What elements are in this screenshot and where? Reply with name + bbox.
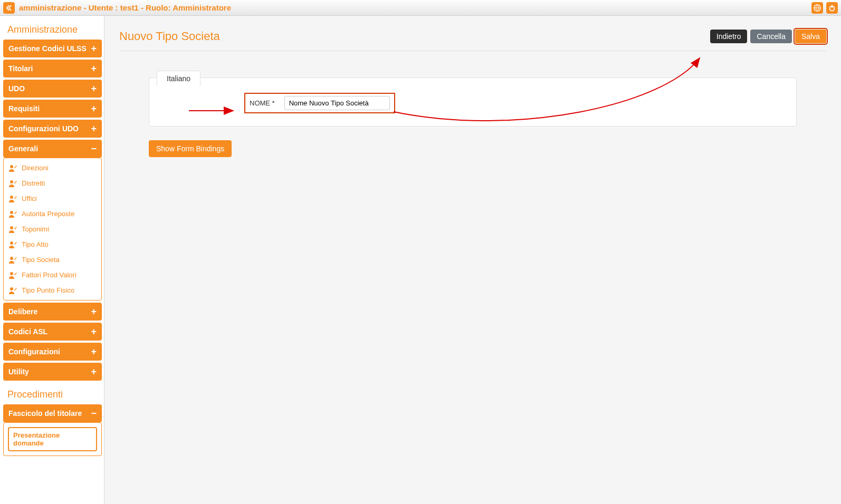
user-edit-icon [9, 287, 17, 294]
submenu-item-toponimi[interactable]: Toponimi [4, 221, 101, 237]
menu-codici-asl[interactable]: Codici ASL + [3, 323, 102, 341]
minus-icon: − [91, 409, 97, 418]
menu-configurazioni-udo[interactable]: Configurazioni UDO + [3, 120, 102, 138]
sidebar: Amministrazione Gestione Codici ULSS + T… [0, 16, 104, 504]
back-button[interactable]: Indietro [710, 30, 748, 43]
plus-icon: + [91, 124, 97, 133]
user-edit-icon [9, 272, 17, 279]
submenu-item-tipo-punto-fisico[interactable]: Tipo Punto Fisico [4, 283, 101, 298]
plus-icon: + [91, 104, 97, 113]
main-content: Nuovo Tipo Societa Indietro Cancella Sal… [104, 16, 841, 504]
submenu-item-uffici[interactable]: Uffici [4, 191, 101, 206]
user-edit-icon [9, 195, 17, 202]
section-title-procedimenti: Procedimenti [3, 383, 102, 404]
plus-icon: + [91, 44, 97, 53]
breadcrumb: amministrazione - Utente : test1 - Ruolo… [19, 3, 231, 12]
svg-point-9 [10, 257, 13, 260]
plus-icon: + [91, 327, 97, 336]
submenu-item-tipo-societa[interactable]: Tipo Societa [4, 252, 101, 267]
menu-utility[interactable]: Utility + [3, 363, 102, 381]
field-highlight: NOME * [244, 93, 395, 113]
menu-generali[interactable]: Generali − [3, 140, 102, 158]
submenu-fascicolo: Presentazione domande [3, 422, 102, 456]
user-edit-icon [9, 180, 17, 187]
svg-point-7 [10, 226, 13, 229]
plus-icon: + [91, 64, 97, 73]
user-edit-icon [9, 241, 17, 248]
svg-point-5 [10, 196, 13, 199]
topbar: amministrazione - Utente : test1 - Ruolo… [0, 0, 841, 16]
submenu-item-fattori-prod-valori[interactable]: Fattori Prod Valori [4, 267, 101, 283]
menu-delibere[interactable]: Delibere + [3, 303, 102, 321]
power-icon[interactable] [826, 2, 838, 14]
field-label-nome: NOME * [250, 99, 275, 107]
form-card: Italiano NOME * [149, 77, 797, 127]
menu-udo[interactable]: UDO + [3, 80, 102, 98]
submenu-item-tipo-atto[interactable]: Tipo Atto [4, 237, 101, 252]
collapse-sidebar-button[interactable] [3, 2, 15, 14]
svg-point-4 [10, 180, 13, 183]
globe-icon[interactable] [811, 2, 823, 14]
menu-titolari[interactable]: Titolari + [3, 60, 102, 77]
svg-point-10 [10, 272, 13, 275]
submenu-item-direzioni[interactable]: Direzioni [4, 160, 101, 176]
menu-configurazioni[interactable]: Configurazioni + [3, 343, 102, 361]
menu-gestione-codici-ulss[interactable]: Gestione Codici ULSS + [3, 40, 102, 57]
nome-input[interactable] [284, 96, 390, 110]
svg-point-8 [10, 241, 13, 245]
save-button[interactable]: Salva [795, 30, 826, 43]
svg-point-6 [10, 211, 13, 214]
user-edit-icon [9, 256, 17, 264]
plus-icon: + [91, 347, 97, 356]
svg-point-3 [10, 165, 13, 168]
user-edit-icon [9, 164, 17, 172]
menu-fascicolo-titolare[interactable]: Fascicolo del titolare − [3, 404, 102, 422]
plus-icon: + [91, 84, 97, 93]
page-header: Nuovo Tipo Societa Indietro Cancella Sal… [119, 22, 826, 51]
svg-point-11 [10, 287, 13, 290]
plus-icon: + [91, 307, 97, 316]
section-title-amministrazione: Amministrazione [3, 18, 102, 40]
submenu-item-autorita-preposte[interactable]: Autorita Preposte [4, 206, 101, 221]
minus-icon: − [91, 144, 97, 153]
submenu-generali: Direzioni Distretti Uffici Autorita Prep… [3, 158, 102, 301]
submenu-presentazione-domande[interactable]: Presentazione domande [8, 427, 97, 451]
user-edit-icon [9, 226, 17, 233]
submenu-item-distretti[interactable]: Distretti [4, 176, 101, 191]
user-edit-icon [9, 210, 17, 218]
cancel-button[interactable]: Cancella [750, 30, 791, 43]
show-form-bindings-button[interactable]: Show Form Bindings [149, 140, 232, 157]
page-title: Nuovo Tipo Societa [119, 30, 220, 43]
plus-icon: + [91, 367, 97, 376]
menu-requisiti[interactable]: Requisiti + [3, 100, 102, 118]
